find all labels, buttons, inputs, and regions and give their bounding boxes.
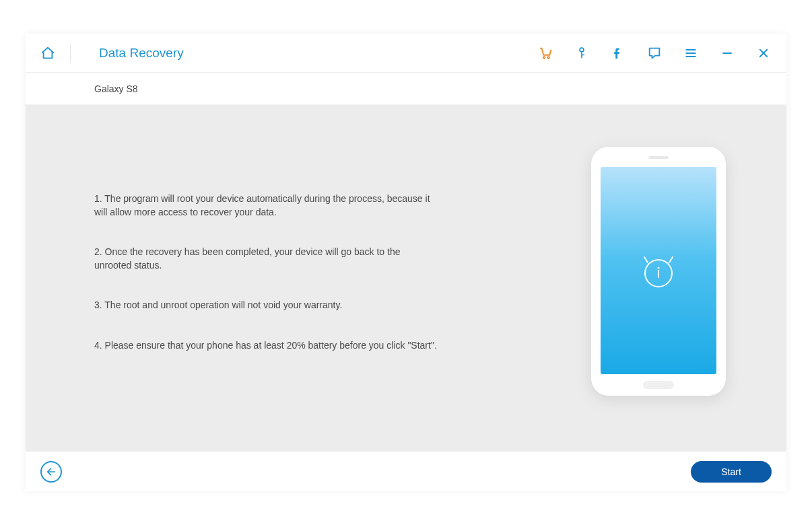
svg-point-2 [580,48,584,52]
titlebar: Data Recovery [26,34,786,73]
home-button[interactable] [38,43,58,63]
start-button-label: Start [721,466,741,477]
info-item-3: 3. The root and unroot operation will no… [94,299,438,312]
svg-line-13 [669,257,673,262]
svg-point-0 [543,57,545,59]
arrow-left-icon [46,466,57,477]
menu-button[interactable] [683,45,699,61]
svg-point-1 [547,57,549,59]
close-icon [757,47,770,59]
info-item-4: 4. Please ensure that your phone has at … [94,339,438,353]
phone-screen [601,167,716,374]
subheader: Galaxy S8 [26,73,786,105]
android-alert-icon [638,250,679,291]
minimize-button[interactable] [719,45,735,61]
phone-home-button [643,381,674,389]
cart-icon [538,46,553,61]
cart-button[interactable] [537,45,553,61]
home-icon [40,46,55,61]
chat-icon [647,46,662,61]
phone-speaker [648,156,669,159]
info-item-2: 2. Once the recovery has been completed,… [94,246,438,272]
feedback-button[interactable] [646,45,663,61]
back-button[interactable] [40,461,62,483]
titlebar-actions [537,45,772,61]
info-item-1: 1. The program will root your device aut… [94,192,438,219]
menu-icon [684,46,698,60]
key-icon [575,46,588,60]
svg-point-11 [658,268,659,269]
svg-line-12 [644,257,648,262]
info-list: 1. The program will root your device aut… [94,192,438,380]
app-title: Data Recovery [99,46,184,61]
app-window: Data Recovery [26,34,786,491]
content-area: 1. The program will root your device aut… [26,105,786,451]
minimize-icon [721,47,733,59]
facebook-icon [611,46,625,60]
start-button[interactable]: Start [691,461,772,483]
separator [70,44,71,63]
close-button[interactable] [755,45,772,61]
key-button[interactable] [574,45,590,61]
phone-mockup [591,147,726,396]
facebook-button[interactable] [610,45,626,61]
device-name: Galaxy S8 [94,83,138,94]
footer: Start [26,451,786,491]
